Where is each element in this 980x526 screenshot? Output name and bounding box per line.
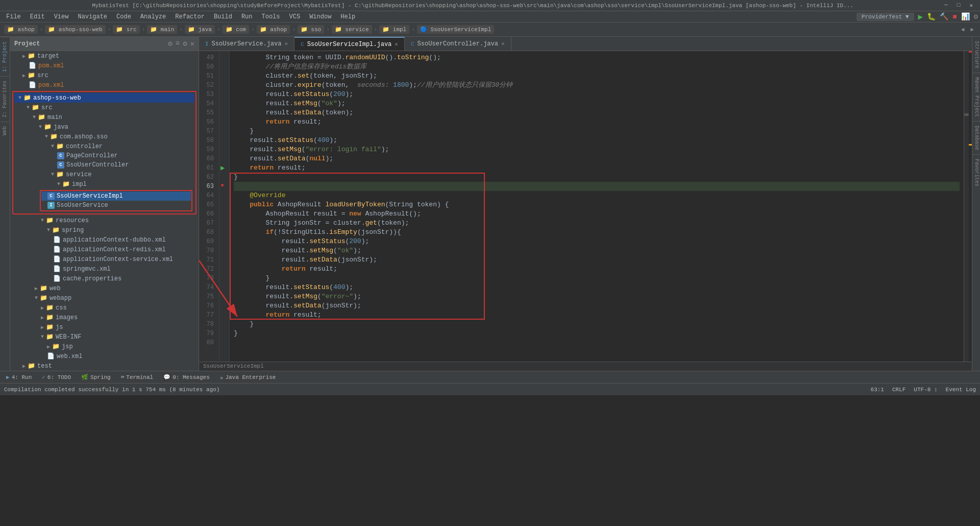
- tree-item-ashop-sso-web[interactable]: ▼ 📁 ashop-sso-web: [14, 93, 194, 103]
- breadcrumb-impl[interactable]: 📁 impl: [379, 25, 409, 34]
- database-panel-tab[interactable]: Database: [972, 122, 980, 155]
- code-content[interactable]: String token = UUID.randomUUID().toStrin…: [230, 51, 964, 362]
- tree-item-spring[interactable]: ▼ 📁 spring: [10, 225, 199, 235]
- tree-item-images[interactable]: ▶ 📁 images: [10, 313, 199, 322]
- favorites-right-tab[interactable]: Favorites: [972, 155, 980, 190]
- tree-item-sso-user-service[interactable]: I SsoUserService: [41, 201, 191, 210]
- nav-forward-button[interactable]: ▶: [968, 25, 976, 34]
- menu-file[interactable]: File: [2, 12, 25, 21]
- tree-item-sso-user-service-impl[interactable]: C SsoUserServiceImpl: [41, 192, 191, 201]
- tree-item-main[interactable]: ▼ 📁 main: [14, 112, 194, 122]
- tree-item-app-context-service[interactable]: 📄 applicationContext-service.xml: [10, 254, 199, 264]
- maximize-button[interactable]: □: [954, 2, 964, 9]
- warning-indicator: [969, 144, 972, 146]
- tree-icon-sync[interactable]: ⚙: [168, 39, 172, 48]
- run-config-selector[interactable]: ProviderTest ▼: [856, 13, 914, 21]
- tree-item-controller-folder[interactable]: ▼ 📁 controller: [14, 141, 194, 151]
- cursor-position[interactable]: 63:1: [871, 387, 884, 393]
- java-enterprise-tool-button[interactable]: ☕ Java Enterprise: [218, 373, 278, 381]
- tree-item-java[interactable]: ▼ 📁 java: [14, 122, 194, 132]
- maven-panel-tab[interactable]: Maven Project: [972, 73, 980, 122]
- run-button[interactable]: ▶: [918, 12, 923, 22]
- tree-item-web[interactable]: ▶ 📁 web: [10, 283, 199, 293]
- breadcrumb-java[interactable]: 📁 java: [185, 25, 215, 34]
- breadcrumb-ashop[interactable]: 📁 ashop: [4, 25, 38, 34]
- tree-item-css[interactable]: ▶ 📁 css: [10, 303, 199, 313]
- breadcrumb-main[interactable]: 📁 main: [147, 25, 177, 34]
- menu-view[interactable]: View: [50, 12, 73, 21]
- scrollbar[interactable]: [964, 51, 969, 362]
- event-log[interactable]: Event Log: [946, 387, 976, 393]
- menu-run[interactable]: Run: [237, 12, 257, 21]
- tab-sso-user-controller[interactable]: C SsoUserController.java ✕: [405, 37, 511, 51]
- breadcrumb-sso-user-service-impl[interactable]: 🔵 SsoUserServiceImpl: [417, 25, 494, 34]
- debug-button[interactable]: 🐛: [927, 12, 936, 21]
- settings-button[interactable]: ⚙: [974, 12, 978, 21]
- menu-build[interactable]: Build: [210, 12, 236, 21]
- messages-tool-button[interactable]: 💬 0: Messages: [161, 373, 212, 381]
- tab-sso-user-service[interactable]: I SsoUserService.java ✕: [199, 37, 295, 51]
- menu-window[interactable]: Window: [305, 12, 335, 21]
- run-tool-button[interactable]: ▶ 4: Run: [4, 373, 34, 381]
- breadcrumb-com[interactable]: 📁 com: [223, 25, 249, 34]
- spring-tool-button[interactable]: 🌿 Spring: [79, 373, 113, 381]
- tree-item-test[interactable]: ▶ 📁 test: [10, 361, 199, 371]
- tree-item-src[interactable]: ▶ 📁 src: [10, 70, 199, 80]
- stop-button[interactable]: ■: [952, 13, 957, 21]
- tree-icon-close[interactable]: ✕: [190, 39, 194, 48]
- tree-item-target[interactable]: ▶ 📁 target: [10, 51, 199, 61]
- nav-back-button[interactable]: ◀: [959, 25, 967, 34]
- web-panel-tab[interactable]: Web: [1, 122, 9, 139]
- line-ending[interactable]: CRLF: [892, 387, 905, 393]
- gutter-run-icon[interactable]: ▶: [220, 163, 225, 172]
- tab-sso-user-service-impl[interactable]: C SsoUserServiceImpl.java ✕: [295, 37, 405, 51]
- tree-item-resources[interactable]: ▼ 📁 resources: [10, 216, 199, 225]
- minimize-button[interactable]: ─: [941, 2, 951, 9]
- tree-item-web-xml[interactable]: 📄 web.xml: [10, 351, 199, 361]
- gutter-breakpoint[interactable]: ●: [220, 182, 224, 189]
- tree-item-service-folder[interactable]: ▼ 📁 service: [14, 170, 194, 179]
- encoding[interactable]: UTF-8 ↕: [914, 387, 937, 393]
- build-button[interactable]: 🔨: [940, 12, 948, 21]
- project-panel-tab[interactable]: 1: Project: [1, 37, 9, 76]
- tree-item-com-ashop-sso[interactable]: ▼ 📁 com.ashop.sso: [14, 132, 194, 141]
- close-button[interactable]: ✕: [966, 2, 976, 9]
- tree-item-app-context-dubbo[interactable]: 📄 applicationContext-dubbo.xml: [10, 235, 199, 245]
- coverage-button[interactable]: 📊: [961, 12, 970, 21]
- tree-item-webapp[interactable]: ▼ 📁 webapp: [10, 293, 199, 303]
- tree-item-springmvc[interactable]: 📄 springmvc.xml: [10, 264, 199, 274]
- todo-tool-button[interactable]: ✓ 6: TODO: [40, 373, 73, 381]
- code-editor[interactable]: 49 50 51 52 53 54 55 56 57 58 59 60 61 6…: [199, 51, 972, 362]
- breadcrumb-src[interactable]: 📁 src: [113, 25, 139, 34]
- tree-item-pom-xml-2[interactable]: 📄 pom.xml: [10, 80, 199, 90]
- code-line-59: result.setMsg("error: login fail");: [234, 145, 960, 154]
- tree-item-jsp[interactable]: ▶ 📁 jsp: [10, 342, 199, 351]
- menu-tools[interactable]: Tools: [258, 12, 284, 21]
- structure-panel-tab[interactable]: Structure: [972, 37, 980, 73]
- menu-navigate[interactable]: Navigate: [74, 12, 111, 21]
- tree-item-impl-folder[interactable]: ▼ 📁 impl: [14, 179, 194, 189]
- tree-item-sso-user-controller[interactable]: C SsoUserController: [14, 160, 194, 170]
- structure-panel-tab[interactable]: 2: Favorites: [1, 76, 9, 122]
- breadcrumb-ashop2[interactable]: 📁 ashop: [257, 25, 290, 34]
- tree-item-js[interactable]: ▶ 📁 js: [10, 322, 199, 332]
- menu-help[interactable]: Help: [336, 12, 359, 21]
- tree-item-pom-xml-1[interactable]: 📄 pom.xml: [10, 61, 199, 70]
- scroll-indicator[interactable]: [964, 113, 969, 116]
- menu-vcs[interactable]: VCS: [285, 12, 305, 21]
- tree-item-cache-props[interactable]: 📄 cache.properties: [10, 274, 199, 283]
- tree-item-page-controller[interactable]: C PageController: [14, 151, 194, 160]
- breadcrumb-ashop-sso-web[interactable]: 📁 ashop-sso-web: [45, 25, 105, 34]
- menu-edit[interactable]: Edit: [26, 12, 49, 21]
- tree-item-web-inf[interactable]: ▼ 📁 WEB-INF: [10, 332, 199, 342]
- tree-icon-settings[interactable]: ⚙: [183, 39, 187, 48]
- menu-analyze[interactable]: Analyze: [136, 12, 170, 21]
- terminal-tool-button[interactable]: ⌨ Terminal: [119, 373, 155, 381]
- menu-code[interactable]: Code: [112, 12, 135, 21]
- menu-refactor[interactable]: Refactor: [171, 12, 209, 21]
- tree-item-src-2[interactable]: ▼ 📁 src: [14, 103, 194, 112]
- tree-item-app-context-redis[interactable]: 📄 applicationContext-redis.xml: [10, 245, 199, 254]
- tree-icon-collapse[interactable]: ≡: [176, 39, 180, 48]
- breadcrumb-service[interactable]: 📁 service: [332, 25, 372, 34]
- breadcrumb-sso[interactable]: 📁 sso: [298, 25, 324, 34]
